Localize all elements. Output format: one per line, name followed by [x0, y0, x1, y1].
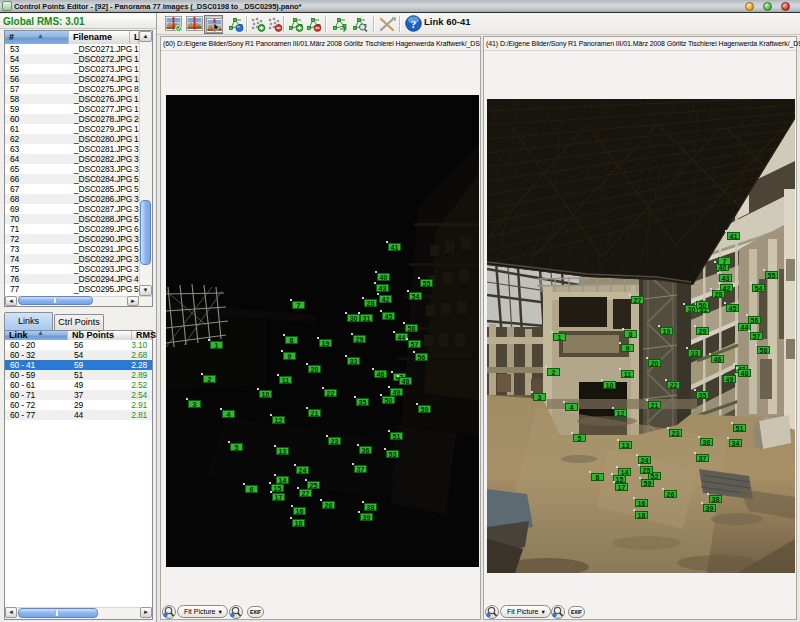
svg-text:?: ? — [411, 18, 417, 30]
